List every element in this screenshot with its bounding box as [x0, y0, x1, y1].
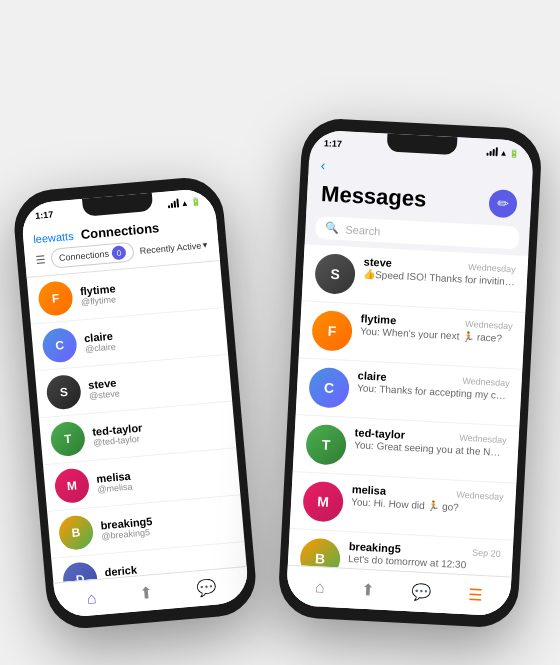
- left-screen: 1:17 ▲ 🔋 leewatts Connections: [20, 187, 250, 618]
- message-time: Wednesday: [465, 318, 513, 330]
- avatar: C: [41, 326, 78, 363]
- message-sender-name: flytime: [360, 312, 396, 326]
- chevron-down-icon: ▾: [203, 240, 209, 250]
- search-icon: 🔍: [325, 221, 340, 235]
- right-menu-nav-icon[interactable]: ☰: [468, 585, 483, 605]
- right-screen: 1:17 ▲ 🔋 ‹ Messages: [286, 129, 535, 616]
- left-phone: 1:17 ▲ 🔋 leewatts Connections: [11, 174, 259, 631]
- message-content: claire Wednesday You: Thanks for accepti…: [357, 369, 510, 401]
- connection-info: melisa @melisa: [96, 469, 133, 494]
- right-battery-icon: 🔋: [509, 148, 519, 158]
- message-time: Wednesday: [468, 261, 516, 273]
- left-time: 1:17: [35, 209, 54, 221]
- signal-icon: [168, 199, 180, 208]
- avatar: F: [37, 280, 74, 317]
- message-content: flytime Wednesday You: When's your next …: [360, 312, 513, 344]
- avatar: S: [45, 373, 82, 410]
- search-placeholder: Search: [345, 222, 380, 236]
- connections-filter-label: Connections: [59, 248, 110, 262]
- message-time: Wednesday: [456, 489, 504, 501]
- avatar: F: [311, 309, 353, 351]
- right-phone: 1:17 ▲ 🔋 ‹ Messages: [277, 117, 543, 629]
- messages-list: S steve Wednesday 👍Speed ISO! Thanks for…: [286, 244, 529, 616]
- connection-info: claire @claire: [84, 329, 116, 354]
- message-content: breaking5 Sep 20 Let's do tomorrow at 12…: [348, 540, 501, 572]
- left-page-title: Connections: [80, 220, 160, 242]
- home-nav-icon[interactable]: ⌂: [86, 588, 97, 607]
- avatar: T: [305, 423, 347, 465]
- connection-info: breaking5 @breaking5: [100, 514, 154, 540]
- right-signal-icon: [487, 147, 498, 156]
- connection-handle: @claire: [85, 341, 116, 354]
- connections-count-badge: 0: [111, 245, 126, 260]
- connections-filter-button[interactable]: Connections 0: [50, 241, 134, 268]
- right-time: 1:17: [324, 138, 343, 149]
- connections-list: F flytime @flytime C claire @claire S st…: [27, 261, 247, 583]
- message-sender-name: melisa: [352, 483, 387, 497]
- right-notch: [387, 133, 458, 155]
- messages-nav-icon[interactable]: 💬: [196, 577, 218, 598]
- avatar: T: [49, 420, 86, 457]
- right-home-nav-icon[interactable]: ⌂: [315, 577, 326, 595]
- wifi-icon: ▲: [180, 198, 189, 208]
- message-sender-name: ted-taylor: [355, 426, 406, 441]
- avatar: M: [54, 467, 91, 504]
- connection-handle: @steve: [89, 388, 120, 401]
- filter-icon[interactable]: ☰: [35, 252, 46, 266]
- avatar: B: [58, 514, 95, 551]
- right-share-nav-icon[interactable]: ⬆: [361, 579, 375, 599]
- connection-info: steve @steve: [88, 376, 120, 401]
- connection-info: ted-taylor @ted-taylor: [92, 421, 144, 447]
- avatar: C: [308, 366, 350, 408]
- message-content: melisa Wednesday You: Hi. How did 🏃 go?: [351, 483, 504, 515]
- message-sender-name: breaking5: [349, 540, 402, 555]
- right-status-icons: ▲ 🔋: [487, 147, 520, 158]
- left-status-icons: ▲ 🔋: [167, 197, 201, 209]
- message-content: steve Wednesday 👍Speed ISO! Thanks for i…: [363, 255, 516, 287]
- share-nav-icon[interactable]: ⬆: [139, 583, 154, 603]
- message-time: Wednesday: [459, 432, 507, 444]
- message-sender-name: steve: [363, 255, 392, 268]
- avatar: M: [302, 480, 344, 522]
- message-time: Sep 20: [472, 547, 501, 558]
- compose-icon: ✏: [497, 195, 510, 212]
- right-chat-nav-icon[interactable]: 💬: [411, 582, 432, 602]
- back-button[interactable]: leewatts: [33, 229, 74, 244]
- right-wifi-icon: ▲: [500, 147, 508, 156]
- compose-button[interactable]: ✏: [488, 188, 517, 217]
- avatar: S: [314, 252, 356, 294]
- battery-icon: 🔋: [190, 197, 201, 207]
- message-content: ted-taylor Wednesday You: Great seeing y…: [354, 426, 507, 458]
- message-sender-name: claire: [357, 369, 386, 382]
- right-back-button[interactable]: ‹: [320, 157, 326, 173]
- messages-title: Messages: [321, 181, 427, 212]
- scene: 1:17 ▲ 🔋 leewatts Connections: [20, 23, 540, 643]
- connection-info: flytime @flytime: [80, 282, 117, 307]
- message-time: Wednesday: [462, 375, 510, 387]
- recently-active-filter[interactable]: Recently Active ▾: [139, 240, 208, 256]
